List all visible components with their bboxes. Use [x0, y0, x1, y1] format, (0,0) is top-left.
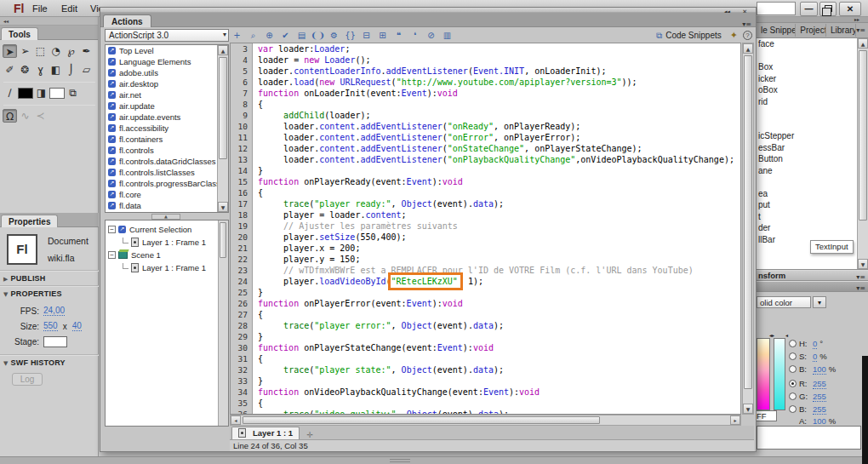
transform-panel-header[interactable]: nsform ▾≡: [757, 270, 868, 281]
tab-actions[interactable]: Actions: [103, 14, 151, 27]
color-component-value[interactable]: 255: [813, 379, 826, 389]
help-icon[interactable]: ?: [743, 31, 752, 40]
component-item[interactable]: icStepper: [757, 130, 868, 142]
bone-tool[interactable]: ɣ: [33, 63, 48, 77]
wand-icon[interactable]: ✦: [730, 30, 738, 41]
component-item[interactable]: icker: [757, 73, 868, 85]
eyedropper-tool[interactable]: ⌡: [64, 63, 78, 77]
tab-library[interactable]: Library: [826, 24, 856, 37]
radio-button[interactable]: [789, 392, 797, 400]
tab-project[interactable]: Project: [796, 24, 826, 37]
color-component-value[interactable]: 255: [813, 392, 826, 402]
debug-options-button[interactable]: ⚙: [327, 29, 341, 42]
toolbox-toggle-button[interactable]: ▥: [440, 29, 454, 42]
panel-menu-icon[interactable]: ▾≡: [742, 20, 751, 28]
fps-value[interactable]: 24,00: [43, 306, 65, 316]
ink-bottle-tool[interactable]: ◨: [34, 86, 49, 100]
collapsed-panel-header[interactable]: ▾≡: [757, 281, 868, 292]
package-item[interactable]: ↗air.update: [106, 100, 228, 112]
scroll-down-icon[interactable]: ▼: [858, 259, 868, 269]
find-button[interactable]: ⌕: [246, 29, 260, 42]
package-item[interactable]: ↗fl.controls.progressBarClasses: [106, 178, 228, 189]
tree-item-frame[interactable]: Layer 1 : Frame 1: [106, 236, 228, 249]
radio-button[interactable]: [789, 352, 797, 360]
collapse-expander-icon[interactable]: −: [108, 226, 116, 233]
expand-all-button[interactable]: ⊞: [375, 29, 390, 42]
scroll-up-icon[interactable]: ▲: [218, 45, 228, 55]
pencil-tool[interactable]: ∕: [3, 86, 17, 100]
spray-brush-tool[interactable]: ❂: [18, 63, 32, 77]
3d-rotation-tool[interactable]: ◔: [49, 44, 63, 58]
block-comment-button[interactable]: ❝: [391, 29, 406, 42]
component-item[interactable]: ea: [757, 188, 868, 200]
component-item[interactable]: rid: [757, 96, 868, 108]
package-list-scrollbar[interactable]: ▲ ▼: [217, 45, 228, 212]
brush-tool[interactable]: ✐: [3, 63, 17, 77]
code-editor[interactable]: 3var loader:Loader;4loader = new Loader(…: [230, 43, 741, 415]
tab-tools[interactable]: Tools: [1, 27, 38, 40]
component-item[interactable]: Button: [757, 153, 868, 165]
package-item[interactable]: ↗fl.data: [106, 200, 228, 211]
minimize-button[interactable]: —: [800, 2, 818, 16]
package-item[interactable]: ↗fl.accessibility: [106, 123, 228, 134]
collapse-selection-button[interactable]: ⊟: [359, 29, 374, 42]
package-item[interactable]: ↗fl.controls.dataGridClasses: [106, 156, 228, 167]
scroll-up-icon[interactable]: ▲: [743, 43, 753, 54]
scroll-down-icon[interactable]: ▼: [218, 202, 228, 212]
eraser-tool[interactable]: ▱: [79, 63, 94, 77]
tab-code-snippets[interactable]: le Snippet: [757, 24, 796, 37]
scroll-left-icon[interactable]: ◂: [231, 415, 241, 425]
package-item[interactable]: ↗fl.controls.listClasses: [106, 167, 228, 178]
restore-button[interactable]: [819, 2, 837, 16]
free-transform-tool[interactable]: ⬚: [33, 44, 48, 58]
fill-style-select[interactable]: olid color: [757, 296, 811, 308]
subselection-tool[interactable]: ➢: [18, 44, 32, 58]
lasso-tool[interactable]: ℘: [64, 44, 78, 58]
component-item[interactable]: t: [757, 211, 868, 223]
collapse-braces-button[interactable]: {}: [343, 29, 357, 42]
scroll-down-icon[interactable]: ▼: [743, 404, 753, 414]
tree-item-frame[interactable]: Layer 1 : Frame 1: [106, 261, 228, 274]
color-component-value[interactable]: 100: [813, 416, 826, 427]
color-component-value[interactable]: 100: [813, 364, 826, 375]
section-swf-history[interactable]: ▼SWF HISTORY: [0, 354, 99, 369]
scroll-right-icon[interactable]: ▸: [730, 415, 740, 425]
straighten-option[interactable]: ≺: [33, 109, 48, 123]
snap-to-objects-toggle[interactable]: Ω: [3, 109, 17, 123]
hex-color-field[interactable]: FF: [753, 410, 777, 421]
script-tab-layer1[interactable]: Layer 1 : 1: [231, 427, 300, 439]
check-syntax-button[interactable]: ✔: [278, 29, 293, 42]
selection-tool[interactable]: ➤: [3, 44, 17, 58]
size-height-value[interactable]: 40: [72, 321, 82, 331]
package-item[interactable]: ↗fl.controls: [106, 145, 228, 156]
hue-marker-icon[interactable]: ◂▸: [769, 332, 774, 338]
color-component-value[interactable]: 0: [813, 352, 817, 362]
section-publish[interactable]: ▶PUBLISH: [0, 270, 99, 285]
component-item[interactable]: der: [757, 222, 868, 234]
stroke-color-swatch[interactable]: [18, 88, 33, 99]
auto-format-button[interactable]: ▤: [294, 29, 309, 42]
package-item[interactable]: ↗Top Level: [106, 45, 228, 56]
package-item[interactable]: ↗Language Elements: [106, 56, 228, 67]
fill-color-swatch[interactable]: [49, 88, 65, 99]
color-component-value[interactable]: 255: [813, 404, 826, 415]
collapse-expander-icon[interactable]: −: [108, 251, 116, 259]
component-item[interactable]: [757, 107, 868, 119]
package-item[interactable]: ↗adobe.utils: [106, 67, 228, 78]
collapse-dock-button[interactable]: ◂◂: [0, 17, 98, 26]
panel-menu-icon[interactable]: ▾≡: [856, 26, 868, 34]
smooth-option[interactable]: ∿: [18, 109, 32, 123]
line-comment-button[interactable]: ❛: [408, 29, 422, 42]
tab-properties[interactable]: Properties: [1, 215, 58, 227]
component-item[interactable]: [757, 50, 868, 62]
component-item[interactable]: face: [757, 38, 868, 50]
brightness-marker-icon[interactable]: ◂: [785, 332, 788, 338]
package-item[interactable]: ↗air.update.events: [106, 112, 228, 123]
component-item[interactable]: essBar: [757, 142, 868, 154]
titlebar-field[interactable]: [757, 2, 796, 15]
scroll-up-icon[interactable]: ▲: [858, 38, 868, 49]
tree-item-scene[interactable]: − Scene 1: [106, 249, 228, 261]
code-snippets-button[interactable]: ⧉Code Snippets: [653, 30, 725, 42]
remove-comment-button[interactable]: ⊘: [424, 29, 438, 42]
radio-button[interactable]: [789, 340, 797, 347]
